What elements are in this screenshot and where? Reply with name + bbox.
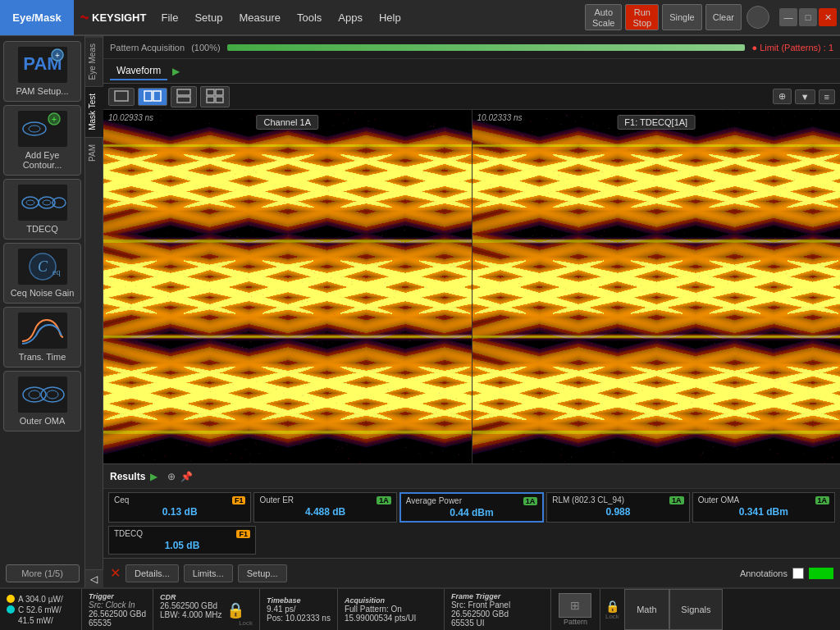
expand-button[interactable]: ▼ — [795, 89, 815, 104]
crosshair-button[interactable]: ⊕ — [773, 89, 792, 104]
eye-mask-button[interactable]: Eye/Mask — [0, 0, 74, 35]
details-button[interactable]: Details... — [126, 564, 179, 582]
trigger-circle[interactable] — [746, 6, 769, 29]
svg-rect-26 — [144, 91, 152, 101]
timebase-label: Timebase — [267, 596, 331, 605]
tdecq-icon — [18, 185, 67, 221]
minimize-button[interactable]: — — [779, 8, 797, 26]
svg-rect-25 — [115, 91, 128, 101]
svg-rect-28 — [177, 89, 190, 95]
menu-apps[interactable]: Apps — [330, 0, 371, 35]
clear-button[interactable]: Clear — [705, 4, 742, 30]
result-avg-power-name: Average Power — [406, 496, 462, 505]
results-close-button[interactable]: ✕ — [110, 565, 121, 581]
view-two-h-button[interactable] — [138, 88, 167, 106]
sidebar-item-outer-oma[interactable]: Outer OMA — [3, 371, 81, 431]
single-button[interactable]: Single — [662, 4, 702, 30]
side-tab-mask-test[interactable]: Mask Test — [85, 86, 103, 137]
result-avg-power-value: 0.44 dBm — [406, 507, 537, 518]
svg-rect-32 — [207, 97, 214, 103]
result-avg-power: Average Power 1A 0.44 dBm — [399, 492, 544, 523]
window-controls: — □ ✕ — [776, 8, 840, 26]
menu-setup[interactable]: Setup — [186, 0, 231, 35]
acq-line2: 15.99000534 pts/UI — [345, 614, 437, 623]
results-pin-button[interactable]: 📌 — [180, 471, 193, 482]
frame-trigger-label: Frame Trigger — [451, 592, 544, 600]
view-four-button[interactable] — [200, 86, 230, 107]
trigger-label: Trigger — [89, 592, 146, 600]
result-outer-er: Outer ER 1A 4.488 dB — [253, 492, 396, 523]
result-ceq: Ceq F1 0.13 dB — [108, 492, 251, 523]
lock-label: Lock — [160, 619, 253, 627]
auto-scale-button[interactable]: AutoScale — [585, 4, 623, 30]
channel-c-dot — [7, 605, 15, 614]
signals-button[interactable]: Signals — [669, 589, 723, 630]
view-two-v-button[interactable] — [171, 86, 197, 107]
side-tabs: Eye Meas Mask Test PAM ◁ — [85, 36, 103, 587]
bottom-bar: ✕ Details... Limits... Setup... Annotati… — [103, 558, 840, 587]
limit-label: ● Limit (Patterns) : 1 — [751, 43, 833, 52]
waveform-tab[interactable]: Waveform — [110, 62, 167, 80]
menu-file[interactable]: File — [153, 0, 186, 35]
results-bar: Results ▶ ⊕ 📌 — [103, 464, 840, 489]
acq-section: Acquisition Full Pattern: On 15.99000534… — [338, 589, 445, 630]
menu-dots-button[interactable]: ≡ — [819, 89, 835, 104]
frame-trigger-line2: 26.562500 GBd — [451, 609, 544, 619]
lock-text: Lock — [605, 613, 619, 620]
side-tab-eye-meas[interactable]: Eye Meas — [85, 36, 103, 86]
frame-trigger-section: Frame Trigger Src: Front Panel 26.562500… — [445, 589, 551, 630]
result-outer-oma: Outer OMA 1A 0.341 dBm — [692, 492, 835, 523]
waveform-play-button[interactable]: ▶ — [172, 66, 180, 77]
result-ceq-badge: F1 — [232, 496, 246, 504]
collapse-button[interactable]: ◁ — [85, 569, 103, 587]
pam-icon: PAM + — [18, 47, 67, 83]
annotations-checkbox[interactable] — [792, 568, 804, 579]
sidebar-item-add-eye[interactable]: + Add Eye Contour... — [3, 105, 81, 176]
sidebar-item-trans-time[interactable]: Trans. Time — [3, 307, 81, 368]
result-outer-er-value: 4.488 dB — [259, 506, 390, 518]
ceq-label: Ceq Noise Gain — [11, 288, 75, 298]
menu-measure[interactable]: Measure — [231, 0, 289, 35]
waveform-bar: Waveform ▶ — [103, 59, 840, 84]
trigger-section: Trigger Src: Clock In 26.562500 GBd 6553… — [82, 589, 153, 630]
trans-time-label: Trans. Time — [19, 352, 66, 362]
result-outer-oma-value: 0.341 dBm — [698, 506, 829, 518]
tdecq-label: TDECQ — [26, 224, 58, 234]
math-button[interactable]: Math — [624, 589, 669, 630]
run-stop-button[interactable]: RunStop — [625, 4, 659, 30]
setup-button[interactable]: Setup... — [238, 564, 287, 582]
waveform-area: 10.02933 ns Channel 1A 10.02333 ns F1: T… — [103, 110, 840, 463]
pattern-section: ⊞ Pattern — [551, 589, 600, 630]
svg-rect-27 — [153, 91, 161, 101]
channel-d-value: 41.5 mW/ — [18, 616, 53, 625]
results-play-button[interactable]: ▶ — [150, 471, 158, 482]
sidebar-item-pam-setup[interactable]: PAM + PAM Setup... — [3, 41, 81, 102]
side-tab-pam[interactable]: PAM — [85, 137, 103, 168]
view-single-button[interactable] — [108, 88, 135, 106]
menu-help[interactable]: Help — [371, 0, 409, 35]
result-outer-er-name: Outer ER — [259, 495, 294, 504]
outer-oma-label: Outer OMA — [20, 416, 66, 426]
results-grid: Ceq F1 0.13 dB Outer ER 1A 4.488 dB Aver… — [103, 489, 840, 526]
result-rlm-badge: 1A — [669, 496, 684, 504]
ceq-icon: C eq — [18, 249, 67, 285]
sidebar-item-ceq[interactable]: C eq Ceq Noise Gain — [3, 243, 81, 304]
left-sidebar: PAM + PAM Setup... + Add Ey — [0, 36, 85, 587]
maximize-button[interactable]: □ — [799, 8, 817, 26]
channel-c-value: C 52.6 mW/ — [18, 605, 62, 614]
svg-rect-31 — [216, 89, 223, 95]
acq-line1: Full Pattern: On — [345, 605, 437, 614]
result-rlm: RLM (802.3 CL_94) 1A 0.988 — [546, 492, 689, 523]
svg-rect-30 — [207, 89, 214, 95]
sidebar-item-tdecq[interactable]: TDECQ — [3, 179, 81, 240]
menu-tools[interactable]: Tools — [289, 0, 330, 35]
result-rlm-name: RLM (802.3 CL_94) — [552, 495, 624, 504]
results-expand-button[interactable]: ⊕ — [167, 471, 176, 482]
limits-button[interactable]: Limits... — [184, 564, 233, 582]
acq-percent: (100%) — [191, 43, 220, 52]
more-button[interactable]: More (1/5) — [6, 564, 80, 582]
svg-text:eq: eq — [52, 267, 60, 276]
close-button[interactable]: ✕ — [819, 8, 837, 26]
main-content: Pattern Acquisition (100%) ● Limit (Patt… — [103, 36, 840, 587]
cdr-section: CDR 26.562500 GBd LBW: 4.000 MHz 🔒 Lock — [153, 589, 260, 630]
